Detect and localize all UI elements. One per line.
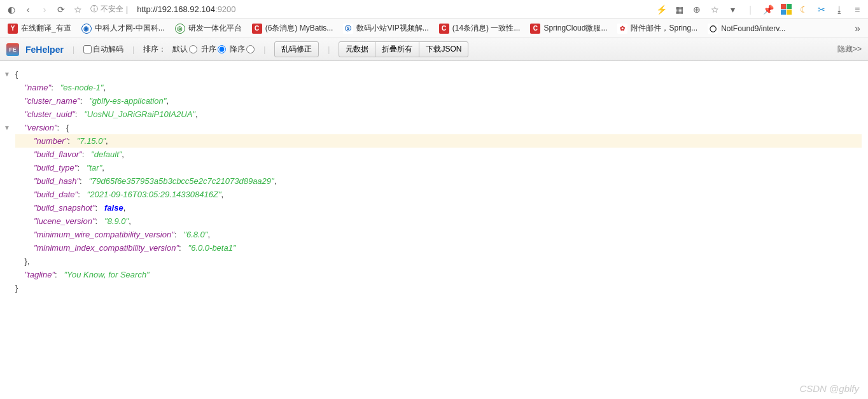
bookmark-item[interactable]: Y在线翻译_有道 <box>8 23 71 34</box>
sort-asc-radio[interactable]: 升序 <box>201 44 226 55</box>
json-line[interactable]: "build_type": "tar", <box>15 161 862 174</box>
url-host: http://192.168.92.104 <box>137 4 215 14</box>
reload-button[interactable]: ⟳ <box>55 3 67 16</box>
bookmark-item[interactable]: ◉中科人才网-中国科... <box>81 23 165 34</box>
qr-icon[interactable]: ▦ <box>673 4 685 15</box>
view-button-group: 元数据 折叠所有 下载JSON <box>339 41 468 57</box>
bookmark-label: SpringCloud微服... <box>543 23 607 34</box>
collapse-toggle-icon[interactable]: ▼ <box>4 121 10 134</box>
bookmark-favicon-icon: C <box>530 24 540 34</box>
json-line[interactable]: "tagline": "You Know, for Search" <box>15 268 862 281</box>
bookmark-item[interactable]: C(14条消息) 一致性... <box>439 23 521 34</box>
bookmark-label: (6条消息) MyBatis... <box>265 23 333 34</box>
sort-label: 排序： <box>143 44 166 55</box>
separator: | <box>328 45 330 54</box>
json-line[interactable]: ▼ "version": { <box>15 121 862 134</box>
hide-toolbar-button[interactable]: 隐藏>> <box>837 44 862 55</box>
json-line[interactable]: "minimum_index_compatibility_version": "… <box>15 241 862 255</box>
json-viewer: ▼{ "name": "es-node-1", "cluster_name": … <box>0 61 868 301</box>
separator: | <box>73 45 74 54</box>
bookmark-item[interactable]: ⓢ数码小站VIP视频解... <box>343 23 428 34</box>
bookmark-favicon-icon: ◎ <box>175 24 185 34</box>
lightning-icon[interactable]: ⚡ <box>655 4 667 15</box>
bookmark-item[interactable]: ✿附件邮件，Spring... <box>617 23 697 34</box>
bookmark-item[interactable]: CSpringCloud微服... <box>530 23 607 34</box>
moon-icon[interactable]: ☾ <box>798 4 809 15</box>
separator: | <box>132 45 134 54</box>
bookmark-favicon-icon: C <box>252 24 262 34</box>
json-line[interactable]: "build_snapshot": false, <box>15 201 862 214</box>
json-line[interactable]: "build_flavor": "default", <box>15 148 862 161</box>
bookmark-label: 在线翻译_有道 <box>21 23 71 34</box>
bookmark-favicon-icon: C <box>439 24 449 34</box>
collapse-toggle-icon[interactable]: ▼ <box>4 67 10 81</box>
json-line[interactable]: "cluster_name": "gblfy-es-application", <box>15 94 862 108</box>
bookmark-favicon-icon: Y <box>8 24 18 34</box>
bookmark-label: 数码小站VIP视频解... <box>356 23 428 34</box>
bookmark-label: (14条消息) 一致性... <box>452 23 521 34</box>
browser-tool-icons: ⚡ ▦ ⊕ ☆ ▾ | 📌 ☾ ✂ ⭳ ≡ <box>655 4 863 15</box>
bookmark-item[interactable]: ◯NotFound9/interv... <box>708 24 785 34</box>
bookmark-label: NotFound9/interv... <box>721 24 785 33</box>
auto-decode-label: 自动解码 <box>93 44 123 55</box>
bookmark-label: 附件邮件，Spring... <box>631 23 697 34</box>
json-line[interactable]: "build_date": "2021-09-16T03:05:29.14330… <box>15 188 862 201</box>
bookmark-label: 研发一体化平台 <box>188 23 242 34</box>
json-line[interactable]: "minimum_wire_compatibility_version": "6… <box>15 228 862 241</box>
separator: | <box>263 45 265 54</box>
auto-decode-checkbox[interactable]: 自动解码 <box>83 44 123 55</box>
sort-desc-radio[interactable]: 降序 <box>230 44 255 55</box>
bookmarks-overflow-button[interactable]: » <box>855 23 860 34</box>
json-line[interactable]: "number": "7.15.0", <box>15 134 862 148</box>
bookmarks-bar: Y在线翻译_有道◉中科人才网-中国科...◎研发一体化平台C(6条消息) MyB… <box>0 19 868 38</box>
json-line[interactable]: "cluster_uuid": "UosNU_JoRiGRaiP10IA2UA"… <box>15 108 862 121</box>
divider-icon: | <box>745 4 756 15</box>
divider: | <box>126 5 128 14</box>
json-line[interactable]: ▼{ <box>15 67 862 81</box>
clip-icon[interactable]: 📌 <box>762 4 774 15</box>
scissors-icon[interactable]: ✂ <box>816 4 827 15</box>
auto-decode-input[interactable] <box>83 45 92 53</box>
json-line[interactable]: } <box>15 281 862 295</box>
json-line[interactable]: "name": "es-node-1", <box>15 81 862 94</box>
bookmark-item[interactable]: ◎研发一体化平台 <box>175 23 242 34</box>
menu-icon[interactable]: ≡ <box>851 4 863 15</box>
dropdown-icon[interactable]: ▾ <box>727 4 738 15</box>
avatar-icon[interactable]: ◐ <box>5 3 18 16</box>
apps-icon[interactable] <box>780 4 792 15</box>
app-title: FeHelper <box>25 45 64 55</box>
zoom-icon[interactable]: ⊕ <box>691 4 703 15</box>
bookmark-item[interactable]: C(6条消息) MyBatis... <box>252 23 333 34</box>
download-icon[interactable]: ⭳ <box>834 4 845 15</box>
fix-encoding-button[interactable]: 乱码修正 <box>274 41 319 57</box>
sort-options: 默认 升序 降序 <box>172 44 255 55</box>
metadata-button[interactable]: 元数据 <box>339 41 375 57</box>
address-bar[interactable]: http://192.168.92.104:9200 <box>134 4 652 14</box>
bookmark-label: 中科人才网-中国科... <box>95 23 165 34</box>
json-line[interactable]: "build_hash": "79d65f6e357953a5b3cbcc5e2… <box>15 174 862 188</box>
sort-default-radio[interactable]: 默认 <box>172 44 197 55</box>
nav-back-button[interactable]: ‹ <box>22 3 34 16</box>
security-label: 不安全 <box>101 4 123 15</box>
favorite-button[interactable]: ☆ <box>71 3 84 16</box>
fold-all-button[interactable]: 折叠所有 <box>375 41 419 57</box>
fehelper-logo-icon: FE <box>6 43 19 56</box>
download-json-button[interactable]: 下载JSON <box>419 41 468 57</box>
star-icon[interactable]: ☆ <box>709 4 720 15</box>
bookmark-favicon-icon: ◯ <box>708 24 718 34</box>
nav-forward-button: › <box>38 3 51 16</box>
browser-nav-bar: ◐ ‹ › ⟳ ☆ ⓘ 不安全 | http://192.168.92.104:… <box>0 0 868 19</box>
fehelper-toolbar: FE FeHelper | 自动解码 | 排序： 默认 升序 降序 | 乱码修正… <box>0 38 868 61</box>
json-line[interactable]: "lucene_version": "8.9.0", <box>15 214 862 228</box>
bookmark-favicon-icon: ✿ <box>617 24 627 34</box>
info-icon: ⓘ <box>90 4 98 15</box>
security-indicator[interactable]: ⓘ 不安全 | <box>88 4 130 15</box>
url-port: :9200 <box>215 4 236 14</box>
bookmark-favicon-icon: ◉ <box>81 24 92 34</box>
json-line[interactable]: }, <box>15 255 862 268</box>
bookmark-favicon-icon: ⓢ <box>343 24 353 34</box>
